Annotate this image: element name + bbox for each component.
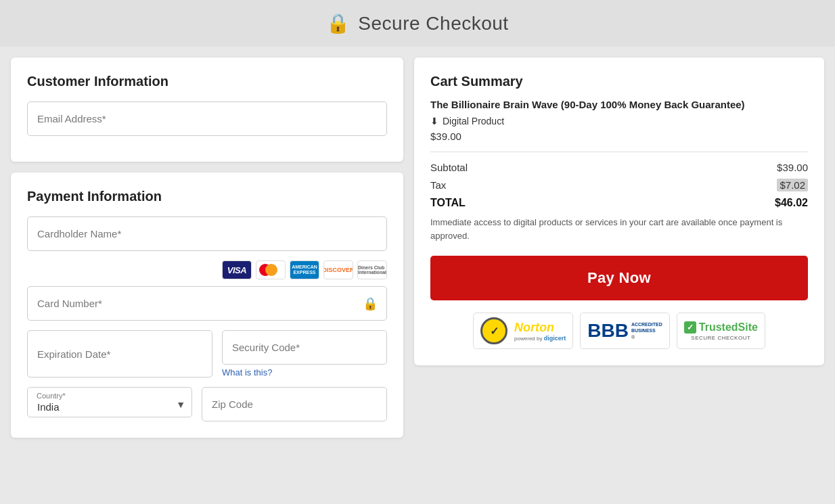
discover-card-icon: DISCOVER: [323, 260, 353, 279]
norton-brand-label: Norton: [514, 321, 554, 335]
norton-text: Norton powered by digicert: [514, 321, 566, 342]
bbb-accredited-label: ACCREDITED: [631, 321, 662, 327]
norton-checkmark-icon: ✓: [490, 325, 499, 338]
norton-powered-label: powered by digicert: [514, 335, 566, 342]
subtotal-label: Subtotal: [430, 162, 468, 173]
pay-now-button[interactable]: Pay Now: [430, 256, 808, 300]
cardholder-group: [27, 216, 387, 251]
left-panel: Customer Information Payment Information…: [11, 58, 403, 493]
customer-section-title: Customer Information: [27, 74, 387, 89]
cardholder-name-field[interactable]: [27, 216, 387, 251]
diners-card-icon: Diners ClubInternational: [357, 260, 387, 279]
email-group: [27, 101, 387, 136]
expiration-date-field[interactable]: [27, 330, 212, 377]
amex-card-icon: AMERICANEXPRESS: [290, 260, 319, 279]
cart-summary-card: Cart Summary The Billionaire Brain Wave …: [414, 58, 824, 365]
bbb-right: ACCREDITED BUSINESS ®: [631, 321, 662, 340]
norton-circle-icon: ✓: [480, 317, 507, 344]
subtotal-row: Subtotal $39.00: [430, 162, 808, 173]
digital-product-label: Digital Product: [443, 116, 504, 127]
bbb-registered: ®: [631, 334, 662, 340]
bbb-business-label: BUSINESS: [631, 327, 662, 334]
digital-product-row: ⬇ Digital Product: [430, 116, 808, 127]
card-lock-icon: 🔒: [363, 296, 378, 311]
zip-code-field[interactable]: [202, 387, 387, 421]
payment-information-card: Payment Information VISA AMERICANEXPRESS…: [11, 173, 403, 438]
security-code-field[interactable]: [222, 330, 387, 365]
trusted-top: ✓ TrustedSite: [684, 321, 758, 334]
subtotal-value: $39.00: [777, 162, 808, 173]
trusted-check-icon: ✓: [684, 321, 696, 334]
lock-icon: 🔒: [326, 12, 350, 35]
country-zip-row: Country* India United States United King…: [27, 387, 387, 421]
country-wrapper: Country* India United States United King…: [27, 387, 192, 421]
card-icons-row: VISA AMERICANEXPRESS DISCOVER Diners Clu…: [27, 260, 387, 279]
norton-digicert-label: digicert: [544, 335, 566, 342]
main-content: Customer Information Payment Information…: [0, 47, 835, 504]
product-price: $39.00: [430, 131, 808, 142]
tax-value: $7.02: [777, 179, 808, 191]
card-number-field[interactable]: [27, 286, 387, 321]
norton-badge: ✓ Norton powered by digicert: [473, 313, 573, 349]
cart-title: Cart Summary: [430, 74, 808, 89]
trust-badges: ✓ Norton powered by digicert BBB ACCREDI…: [430, 313, 808, 349]
page-header: 🔒 Secure Checkout: [0, 0, 835, 47]
what-is-this-link[interactable]: What is this?: [222, 367, 387, 377]
total-row: TOTAL $46.02: [430, 197, 808, 209]
trusted-sub-label: SECURE CHECKOUT: [691, 335, 750, 341]
bbb-letters: BBB: [587, 321, 629, 340]
country-label: Country*: [37, 392, 66, 400]
payment-section-title: Payment Information: [27, 189, 387, 204]
product-name: The Billionaire Brain Wave (90-Day 100% …: [430, 99, 808, 110]
tax-row: Tax $7.02: [430, 179, 808, 191]
right-panel: Cart Summary The Billionaire Brain Wave …: [414, 58, 824, 493]
visa-card-icon: VISA: [222, 260, 252, 279]
trusted-site-label: TrustedSite: [699, 321, 758, 334]
bbb-main: BBB ACCREDITED BUSINESS ®: [587, 321, 662, 340]
mastercard-icon: [256, 260, 286, 279]
trusted-site-badge: ✓ TrustedSite SECURE CHECKOUT: [677, 313, 765, 349]
exp-security-row: What is this?: [27, 330, 387, 377]
access-note: Immediate access to digital products or …: [430, 216, 808, 242]
total-value: $46.02: [775, 197, 808, 209]
total-label: TOTAL: [430, 197, 466, 209]
page-title: Secure Checkout: [358, 13, 508, 35]
email-field[interactable]: [27, 101, 387, 136]
bbb-badge: BBB ACCREDITED BUSINESS ®: [580, 313, 670, 349]
card-number-group: 🔒: [27, 286, 387, 321]
download-icon: ⬇: [430, 116, 438, 127]
tax-label: Tax: [430, 179, 446, 191]
cart-divider: [430, 152, 808, 152]
customer-information-card: Customer Information: [11, 58, 403, 162]
